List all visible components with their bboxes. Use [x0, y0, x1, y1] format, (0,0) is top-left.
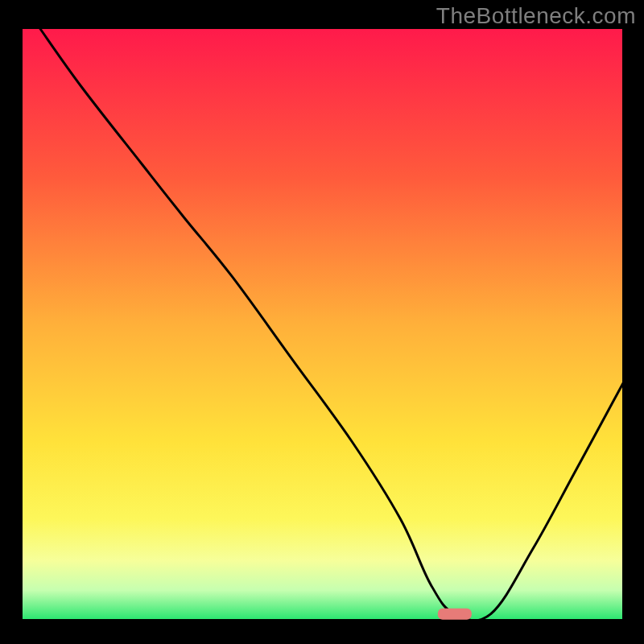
chart-frame: TheBottleneck.com — [0, 0, 644, 644]
bottleneck-chart — [0, 0, 644, 644]
optimal-point-marker — [438, 609, 472, 620]
watermark-text: TheBottleneck.com — [436, 3, 636, 29]
plot-background — [22, 28, 623, 620]
